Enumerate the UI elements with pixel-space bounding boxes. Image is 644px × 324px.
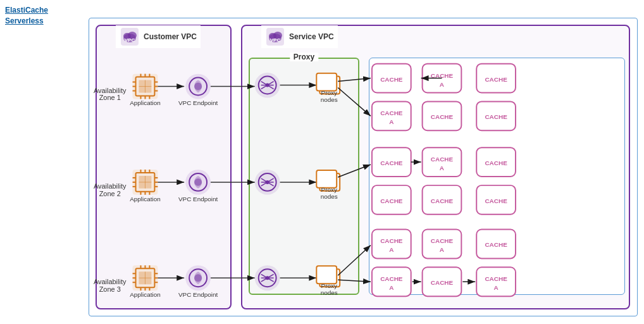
svg-text:VPC: VPC bbox=[270, 37, 281, 43]
proxy-box: Proxy bbox=[249, 58, 359, 295]
svg-text:VPC: VPC bbox=[125, 37, 135, 43]
service-vpc: VPC Service VPC Proxy bbox=[241, 25, 630, 309]
customer-vpc: VPC Customer VPC bbox=[96, 25, 232, 309]
outer-box: VPC Customer VPC VPC Service VPC Proxy bbox=[89, 18, 638, 316]
title: ElastiCache Serverless bbox=[5, 5, 48, 27]
service-vpc-label: Service VPC bbox=[289, 32, 334, 41]
service-vpc-icon: VPC bbox=[265, 27, 285, 47]
customer-vpc-label: Customer VPC bbox=[144, 32, 197, 41]
cache-box bbox=[369, 58, 625, 295]
customer-vpc-icon: VPC bbox=[120, 27, 140, 47]
proxy-box-label: Proxy bbox=[290, 53, 318, 61]
